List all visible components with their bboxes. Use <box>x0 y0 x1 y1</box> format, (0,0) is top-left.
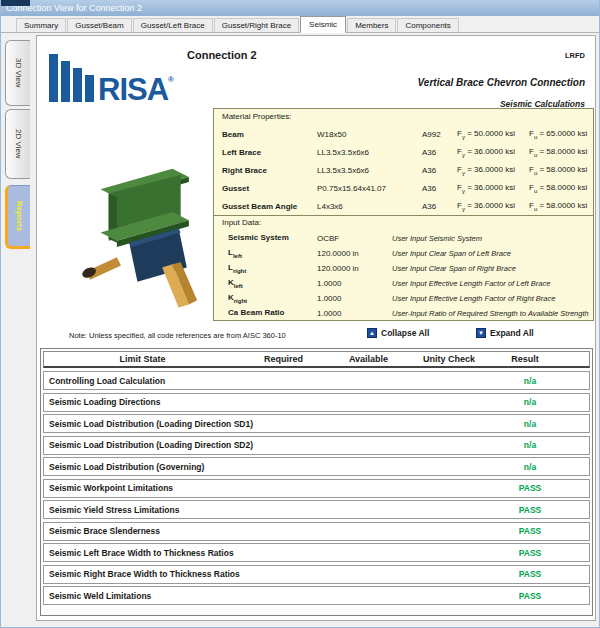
input-row: Lleft 120.0000 in User Input Clear Span … <box>222 246 593 261</box>
input-value: OCBF <box>317 234 392 243</box>
sidebar-tab-3d-view[interactable]: 3D View <box>5 40 30 106</box>
collapse-all-icon: ▲ <box>367 328 377 338</box>
input-name: Lright <box>222 263 317 274</box>
input-description: User Input Effective Length Factor of Ri… <box>392 294 593 303</box>
sidebar-tab-reports[interactable]: Reports <box>5 185 30 249</box>
result-value: PASS <box>492 505 568 515</box>
material-shape: LL3.5x3.5x6x6 <box>317 148 422 157</box>
input-value: 120.0000 in <box>317 264 392 273</box>
material-properties-section: Material Properties: Beam W18x50 A992 Fy… <box>214 109 593 216</box>
material-fu: Fu = 58.0000 ksi <box>529 165 593 176</box>
limit-state-label: Seismic Right Brace Width to Thickness R… <box>44 569 240 579</box>
collapse-all-button[interactable]: ▲ Collapse All <box>367 328 429 338</box>
material-row: Beam W18x50 A992 Fy = 50.0000 ksi Fu = 6… <box>222 125 593 143</box>
design-method-label: LRFD <box>565 51 585 60</box>
result-row-loading-directions[interactable]: Seismic Loading Directions n/a <box>43 393 590 412</box>
view-sidebar: 3D View 2D View Reports <box>0 33 35 628</box>
result-value: n/a <box>492 440 568 450</box>
tab-summary[interactable]: Summary <box>16 18 66 32</box>
result-value: PASS <box>492 548 568 558</box>
registered-mark: ® <box>168 75 173 84</box>
material-grade: A36 <box>422 184 457 193</box>
input-data-heading: Input Data: <box>222 218 593 231</box>
material-grade: A36 <box>422 148 457 157</box>
result-row-left-brace-width-thickness[interactable]: Seismic Left Brace Width to Thickness Ra… <box>43 543 590 562</box>
header-limit-state: Limit State <box>44 354 241 364</box>
header-unity-check: Unity Check <box>411 354 487 364</box>
brand-text: RISA <box>98 72 168 107</box>
results-header-row: Limit State Required Available Unity Che… <box>43 351 590 368</box>
tab-components[interactable]: Components <box>397 18 458 32</box>
limit-state-label: Seismic Yield Stress Limitations <box>44 505 179 515</box>
limit-state-results-table: Limit State Required Available Unity Che… <box>40 348 593 616</box>
tab-gusset-beam[interactable]: Gusset/Beam <box>67 18 131 32</box>
result-row-weld-limitations[interactable]: Seismic Weld Limitations PASS <box>43 586 590 605</box>
input-description: User Input Clear Span of Left Brace <box>392 249 593 258</box>
collapse-all-label: Collapse All <box>381 328 429 338</box>
input-value: 120.0000 in <box>317 249 392 258</box>
tab-seismic[interactable]: Seismic <box>300 16 346 33</box>
material-row: Gusset P0.75x15.64x41.07 A36 Fy = 36.000… <box>222 179 593 197</box>
connection-type-label: Vertical Brace Chevron Connection <box>418 77 585 88</box>
result-value: PASS <box>492 483 568 493</box>
input-name: Lleft <box>222 248 317 259</box>
report-page: RISA® Connection 2 LRFD Vertical Brace C… <box>36 35 596 621</box>
connection-3d-thumbnail <box>49 148 229 318</box>
limit-state-label: Seismic Brace Slenderness <box>44 526 160 536</box>
tab-members[interactable]: Members <box>347 18 396 32</box>
input-row: Ca Beam Ratio 1.0000 User-Input Ratio of… <box>222 306 593 321</box>
material-shape: P0.75x15.64x41.07 <box>317 184 422 193</box>
report-workspace: 3D View 2D View Reports RISA® Connection… <box>0 33 600 628</box>
input-description: User Input Seismic System <box>392 234 593 243</box>
material-fu: Fu = 58.0000 ksi <box>529 201 593 212</box>
material-shape: W18x50 <box>317 130 422 139</box>
tab-gusset-left-brace[interactable]: Gusset/Left Brace <box>133 18 213 32</box>
material-fy: Fy = 36.0000 ksi <box>457 147 529 158</box>
result-row-controlling-load[interactable]: Controlling Load Calculation n/a <box>43 371 590 390</box>
limit-state-label: Seismic Load Distribution (Loading Direc… <box>44 419 253 429</box>
input-row: Lright 120.0000 in User Input Clear Span… <box>222 261 593 276</box>
limit-state-label: Seismic Workpoint Limitations <box>44 483 173 493</box>
input-data-section: Input Data: Seismic System OCBF User Inp… <box>214 216 593 321</box>
tab-gusset-right-brace[interactable]: Gusset/Right Brace <box>214 18 299 32</box>
input-name: Kright <box>222 293 317 304</box>
header-required: Required <box>241 354 326 364</box>
material-fu: Fu = 65.0000 ksi <box>529 129 593 140</box>
limit-state-label: Controlling Load Calculation <box>44 376 165 386</box>
material-fu: Fu = 58.0000 ksi <box>529 147 593 158</box>
parent-window-accent <box>0 0 30 6</box>
input-row: Kleft 1.0000 User Input Effective Length… <box>222 276 593 291</box>
result-row-load-distribution-sd1[interactable]: Seismic Load Distribution (Loading Direc… <box>43 414 590 433</box>
limit-state-label: Seismic Load Distribution (Governing) <box>44 462 204 472</box>
limit-state-label: Seismic Weld Limitations <box>44 591 151 601</box>
result-row-right-brace-width-thickness[interactable]: Seismic Right Brace Width to Thickness R… <box>43 565 590 584</box>
material-name: Gusset Beam Angle <box>222 202 317 211</box>
result-value: n/a <box>492 397 568 407</box>
input-name: Kleft <box>222 278 317 289</box>
expand-all-button[interactable]: ▼ Expand All <box>476 328 534 338</box>
header-available: Available <box>326 354 411 364</box>
sidebar-tab-2d-view[interactable]: 2D View <box>5 109 30 179</box>
material-fy: Fy = 36.0000 ksi <box>457 201 529 212</box>
input-description: User Input Clear Span of Right Brace <box>392 264 593 273</box>
result-row-brace-slenderness[interactable]: Seismic Brace Slenderness PASS <box>43 522 590 541</box>
input-name: Seismic System <box>222 233 317 244</box>
result-value: n/a <box>492 462 568 472</box>
material-name: Left Brace <box>222 148 317 157</box>
window-titlebar[interactable]: Connection View for Connection 2 <box>0 0 600 16</box>
input-name: Ca Beam Ratio <box>222 308 317 319</box>
expand-all-label: Expand All <box>490 328 534 338</box>
result-row-workpoint-limitations[interactable]: Seismic Workpoint Limitations PASS <box>43 479 590 498</box>
result-row-yield-stress-limitations[interactable]: Seismic Yield Stress Limitations PASS <box>43 500 590 519</box>
material-row: Gusset Beam Angle L4x3x6 A36 Fy = 36.000… <box>222 197 593 215</box>
result-row-load-distribution-sd2[interactable]: Seismic Load Distribution (Loading Direc… <box>43 436 590 455</box>
material-name: Beam <box>222 130 317 139</box>
properties-panel: Material Properties: Beam W18x50 A992 Fy… <box>213 108 594 321</box>
result-value: n/a <box>492 419 568 429</box>
material-row: Right Brace LL3.5x3.5x6x6 A36 Fy = 36.00… <box>222 161 593 179</box>
result-row-load-distribution-governing[interactable]: Seismic Load Distribution (Governing) n/… <box>43 457 590 476</box>
material-fy: Fy = 36.0000 ksi <box>457 165 529 176</box>
material-grade: A36 <box>422 166 457 175</box>
material-row: Left Brace LL3.5x3.5x6x6 A36 Fy = 36.000… <box>222 143 593 161</box>
limit-state-label: Seismic Loading Directions <box>44 397 160 407</box>
